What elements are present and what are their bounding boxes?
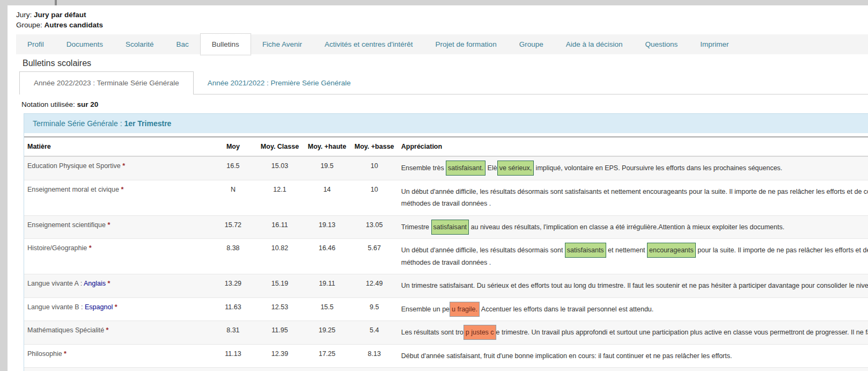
- notation-label: Notation utilisée:: [21, 100, 75, 108]
- column-header-appreciation: Appréciation: [398, 137, 868, 156]
- moy-haute-cell: 19.5: [304, 156, 351, 180]
- tab-questions[interactable]: Questions: [634, 35, 689, 54]
- appreciation-cell: Une première période encourageante : l'i…: [398, 368, 868, 371]
- subject-cell: Enseignement scientifique *: [24, 215, 210, 239]
- moy-basse-cell: 10: [351, 156, 398, 180]
- moy-basse-cell: 10: [351, 180, 398, 215]
- text-segment: Trimestre: [401, 223, 431, 231]
- remonte-star: *: [106, 326, 109, 334]
- text-segment: e trimestre. Un travail plus approfondi …: [496, 329, 868, 336]
- appreciation-line: Ensemble un peu fragile. Accentuer les e…: [401, 303, 868, 316]
- grades-table: MatièreMoyMoy. ClasseMoy. +hauteMoy. +ba…: [24, 136, 868, 371]
- appreciation-cell: Les résultats sont trop justes ce trimes…: [398, 321, 868, 345]
- remonte-star: *: [115, 303, 117, 311]
- text-segment: Education Physique et Sportive: [27, 162, 122, 170]
- appreciation-line: Un trimestre satisfaisant. Du sérieux et…: [401, 280, 868, 292]
- subject-cell: Langue vivante B : Espagnol *: [24, 297, 210, 321]
- appreciation-cell: Un trimestre satisfaisant. Du sérieux et…: [398, 274, 868, 298]
- subject-cell: Mathématiques Spécialité *: [24, 321, 210, 345]
- text-segment: impliqué, volontaire en EPS. Poursuivre …: [534, 164, 782, 172]
- tab-documents[interactable]: Documents: [55, 35, 114, 54]
- grades-header-row: MatièreMoyMoy. ClasseMoy. +hauteMoy. +ba…: [24, 137, 868, 156]
- table-row: Physique-Chimie Spécialité *11.2313.7818…: [24, 368, 868, 371]
- column-header-matiere: Matière: [24, 137, 210, 156]
- tab-projet-de-formation[interactable]: Projet de formation: [424, 35, 508, 54]
- year-tab-annee-2022-2023-terminale-seri[interactable]: Année 2022/2023 : Terminale Série Généra…: [19, 71, 194, 94]
- moy-haute-cell: 18.39: [304, 368, 351, 371]
- table-row: Histoire/Géographie *8.3810.8216.465.67U…: [24, 239, 868, 274]
- appreciation-line: méthodes de travail données .: [401, 198, 868, 210]
- appreciation-cell: Début d'année satisfaisant, fruit d'une …: [398, 344, 868, 368]
- appreciation-cell: Un début d'année difficile, les résultat…: [398, 180, 868, 215]
- remonte-star: *: [121, 186, 123, 193]
- table-row: Langue vivante A : Anglais *13.2915.1919…: [24, 274, 868, 298]
- moy-cell: 13.29: [210, 274, 256, 298]
- text-segment: Anglais: [84, 280, 106, 287]
- moy-classe-cell: 16.11: [256, 215, 303, 239]
- scrollbar-artifact: [55, 0, 57, 5]
- text-segment: Accentuer les efforts dans le travail pe…: [480, 305, 653, 313]
- tab-bulletins[interactable]: Bulletins: [200, 33, 251, 55]
- tab-groupe[interactable]: Groupe: [508, 35, 555, 54]
- tab-profil[interactable]: Profil: [16, 35, 55, 54]
- tab-scolarite[interactable]: Scolarité: [114, 35, 165, 54]
- moy-basse-cell: 9.11: [351, 368, 398, 371]
- moy-haute-cell: 14: [304, 180, 351, 215]
- moy-cell: 11.23: [210, 368, 256, 371]
- text-segment: Elè: [486, 164, 497, 172]
- text-segment: méthodes de travail données .: [401, 200, 491, 207]
- moy-haute-cell: 16.46: [304, 239, 351, 274]
- moy-cell: N: [210, 180, 256, 215]
- trimester-banner-bold: 1er Trimestre: [124, 119, 171, 128]
- moy-haute-cell: 19.25: [304, 321, 351, 345]
- bulletin-panel: Terminale Série Générale : 1er Trimestre…: [24, 113, 868, 371]
- year-tabs: Année 2022/2023 : Terminale Série Généra…: [19, 71, 868, 94]
- year-tab-annee-2021-2022-premiere-serie[interactable]: Année 2021/2022 : Première Série Général…: [194, 72, 365, 94]
- table-row: Langue vivante B : Espagnol *11.6312.531…: [24, 297, 868, 321]
- appreciation-cell: Ensemble très satisfaisant. Elève sérieu…: [398, 156, 868, 180]
- text-segment: méthodes de travail données .: [401, 259, 491, 266]
- appreciation-cell: Trimestre satisfaisant au niveau des rés…: [398, 215, 868, 239]
- text-segment: Ensemble très: [401, 164, 446, 172]
- groupe-value: Autres candidats: [45, 21, 104, 29]
- text-segment: Philosophie: [27, 350, 64, 358]
- table-row: Enseignement moral et civique *N12.11410…: [24, 180, 868, 215]
- appreciation-line: Début d'année satisfaisant, fruit d'une …: [401, 350, 868, 362]
- appreciation-line: Les résultats sont trop justes ce trimes…: [401, 326, 868, 339]
- page-title: Bulletins scolaires: [23, 59, 868, 68]
- highlight-orange: p justes c: [464, 325, 496, 340]
- text-segment: et nettement: [606, 246, 647, 254]
- jury-line: Jury: Jury par défaut: [16, 10, 868, 20]
- moy-classe-cell: 10.82: [256, 239, 303, 274]
- moy-basse-cell: 8.13: [351, 344, 398, 368]
- text-segment: Mathématiques Spécialité: [27, 326, 106, 334]
- tab-imprimer[interactable]: Imprimer: [689, 35, 740, 54]
- moy-haute-cell: 15.5: [304, 297, 351, 321]
- appreciation-line: Ensemble très satisfaisant. Elève sérieu…: [401, 162, 868, 174]
- text-segment: Un début d'année difficile, les résultat…: [401, 246, 565, 254]
- moy-cell: 11.13: [210, 344, 256, 368]
- appreciation-line: Trimestre satisfaisant au niveau des rés…: [401, 221, 868, 234]
- jury-label: Jury:: [16, 11, 32, 19]
- appreciation-cell: Ensemble un peu fragile. Accentuer les e…: [398, 297, 868, 321]
- highlight-green: satisfaisants: [565, 243, 606, 258]
- text-segment: Histoire/Géographie: [27, 244, 89, 252]
- grades-table-head: MatièreMoyMoy. ClasseMoy. +hauteMoy. +ba…: [24, 137, 868, 156]
- grades-table-body: Education Physique et Sportive *16.515.0…: [24, 156, 868, 371]
- table-row: Education Physique et Sportive *16.515.0…: [24, 156, 868, 180]
- remonte-star: *: [107, 280, 110, 287]
- moy-basse-cell: 12.49: [351, 274, 398, 298]
- table-row: Enseignement scientifique *15.7216.1119.…: [24, 215, 868, 239]
- moy-haute-cell: 19.13: [304, 215, 351, 239]
- column-header-moy: Moy: [210, 137, 256, 156]
- trimester-banner-prefix: Terminale Série Générale :: [33, 119, 124, 128]
- remonte-star: *: [89, 244, 92, 252]
- remonte-star: *: [107, 221, 110, 229]
- tab-bac[interactable]: Bac: [165, 35, 200, 54]
- tab-activites-et-centres-d-interet[interactable]: Activités et centres d'intérêt: [313, 35, 424, 54]
- tab-fiche-avenir[interactable]: Fiche Avenir: [251, 35, 313, 54]
- candidate-file-card: Jury: Jury par défaut Groupe: Autres can…: [8, 5, 868, 371]
- tab-aide-a-la-decision[interactable]: Aide à la décision: [555, 35, 634, 54]
- highlight-green: ve sérieux,: [497, 161, 534, 176]
- highlight-green: satisfaisant: [431, 220, 469, 235]
